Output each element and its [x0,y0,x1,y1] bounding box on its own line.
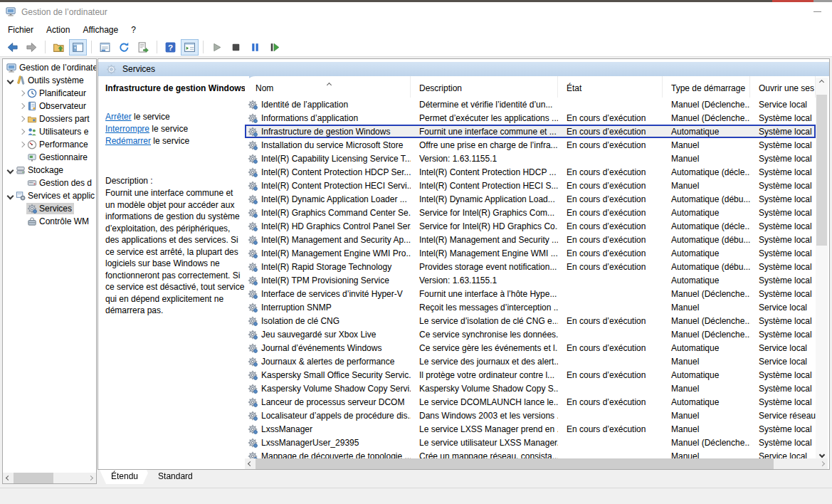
toolbar-up-one-level-button[interactable] [50,39,68,56]
collapsed-chevron-icon[interactable] [17,117,26,121]
sidebar-item-label: Utilisateurs e [39,127,88,137]
menu-fichier[interactable]: Fichier [1,23,40,37]
service-row[interactable]: Isolation de clé CNGLe service d’isolati… [245,314,816,327]
service-row[interactable]: Intel(R) Management Engine WMI Pro...Int… [245,246,816,260]
sidebar-item-stockage[interactable]: Stockage [3,164,96,177]
toolbar-stop-service-button[interactable] [227,39,245,56]
column-header-description[interactable]: Description [411,76,558,98]
service-row[interactable]: Identité de l’applicationDétermine et vé… [245,98,816,111]
service-name-cell: Journal d’événements Windows [245,343,411,353]
service-row[interactable]: LxssManagerUser_29395Le service utilisat… [245,436,816,449]
service-row[interactable]: Intel(R) Management and Security Ap...In… [245,233,816,246]
expanded-chevron-icon[interactable] [6,194,15,199]
service-row[interactable]: Intel(R) Content Protection HDCP Ser...I… [245,165,816,179]
menu-action[interactable]: Action [40,23,76,37]
column-header-nom[interactable]: Nom [245,76,411,98]
service-row[interactable]: Interruption SNMPReçoit les messages d’i… [245,300,816,314]
sidebar-item-utilisateurs[interactable]: Utilisateurs e [3,125,96,138]
sidebar-item-services-applications[interactable]: Services et applic [3,189,96,202]
scroll-right-arrow-icon[interactable] [85,473,96,483]
toolbar-show-console-tree-button[interactable] [69,39,87,56]
folder-up-icon [53,41,65,53]
service-row[interactable]: LxssManagerLe service LXSS Manager prend… [245,422,816,436]
scroll-left-arrow-icon[interactable] [3,473,14,483]
collapsed-chevron-icon[interactable] [17,91,26,95]
stop-service-link[interactable]: Arrêter [105,112,132,122]
service-row[interactable]: Infrastructure de gestion WindowsFournit… [245,125,816,138]
toolbar-properties-button[interactable] [96,39,114,56]
service-gear-icon [248,343,258,353]
sidebar-item-performance[interactable]: Performance [3,138,96,151]
toolbar-forward-button[interactable] [23,39,41,56]
sidebar-item-controle-wmi[interactable]: Contrôle WM [3,215,96,228]
pause-service-link[interactable]: Interrompre [105,124,149,134]
sidebar-item-gestion-disques[interactable]: Gestion des d [3,177,96,189]
sidebar-item-observateur[interactable]: Observateur [3,100,96,112]
toolbar-start-service-button[interactable] [208,39,226,56]
toolbar-export-list-button[interactable] [135,39,152,56]
sidebar-item-label: Dossiers part [39,114,90,124]
service-row[interactable]: Intel(R) Dynamic Application Loader ...I… [245,192,816,206]
collapsed-chevron-icon[interactable] [17,130,26,134]
service-row[interactable]: Interface de services d’invité Hyper-VFo… [245,287,816,300]
tab-standard[interactable]: Standard [147,470,204,484]
toolbar-show-action-pane-button[interactable] [181,39,199,56]
service-row[interactable]: Journaux & alertes de performanceLe serv… [245,355,816,368]
sidebar-item-dossiers-partages[interactable]: Dossiers part [3,112,96,125]
list-horizontal-scrollbar[interactable] [245,458,828,469]
collapsed-chevron-icon[interactable] [17,104,26,108]
service-row[interactable]: Intel(R) Capability Licensing Service T.… [245,152,816,165]
service-row[interactable]: Journal d’événements WindowsCe service g… [245,341,816,355]
tree-hscroll-thumb[interactable] [14,473,53,483]
service-row[interactable]: Kaspersky Volume Shadow Copy Servi...Kas… [245,382,816,395]
service-row[interactable]: Intel(R) HD Graphics Control Panel Ser..… [245,219,816,233]
column-header-type-demarrage[interactable]: Type de démarrage [663,76,750,98]
list-hscroll-thumb[interactable] [256,458,774,469]
collapsed-chevron-icon[interactable] [17,142,26,147]
service-row[interactable]: Kaspersky Small Office Security Servic..… [245,368,816,382]
tab-etendu[interactable]: Étendu [100,470,149,484]
minimize-button[interactable] [808,4,826,19]
service-row[interactable]: Mappage de découverte de topologie ...Cr… [245,449,816,458]
column-header-label: Type de démarrage [671,83,745,93]
service-row[interactable]: Installation du service Microsoft StoreO… [245,138,816,152]
toolbar-back-button[interactable] [4,39,21,56]
toolbar-restart-service-button[interactable] [265,39,283,56]
service-row[interactable]: Intel(R) Graphics Command Center Se...Se… [245,206,816,219]
service-row[interactable]: Localisateur d’appels de procédure dis..… [245,409,816,422]
toolbar-pause-service-button[interactable] [246,39,264,56]
sidebar-item-services[interactable]: Services [3,202,96,215]
toolbar: ? [0,38,832,57]
service-row[interactable]: Intel(R) Rapid Storage TechnologyProvide… [245,260,816,273]
menu-aide[interactable]: ? [125,23,142,37]
expanded-chevron-icon[interactable] [6,168,15,173]
list-vertical-scrollbar[interactable] [816,78,828,458]
service-row[interactable]: Jeu sauvegardé sur Xbox LiveCe service s… [245,327,816,341]
sidebar-item-computer-management-root[interactable]: Gestion de l’ordinate [3,61,96,74]
sidebar-item-gestionnaire[interactable]: Gestionnaire [3,151,96,164]
scroll-up-arrow-icon[interactable] [816,80,828,84]
service-row[interactable]: Lanceur de processus serveur DCOMLe serv… [245,395,816,409]
list-vscroll-thumb[interactable] [816,95,827,246]
scroll-left-arrow-icon[interactable] [245,458,256,469]
menu-affichage[interactable]: Affichage [76,23,125,37]
sidebar-item-outils-systeme[interactable]: Outils système [3,74,96,87]
scroll-down-arrow-icon[interactable] [816,453,828,457]
column-header-session[interactable]: Ouvrir une ses [750,76,816,98]
service-row[interactable]: Intel(R) Content Protection HECI Servi..… [245,179,816,192]
sidebar-item-planificateur[interactable]: Planificateur [3,87,96,100]
service-row[interactable]: Informations d’applicationPermet d’exécu… [245,111,816,125]
toolbar-refresh-button[interactable] [115,39,133,56]
restart-service-link[interactable]: Redémarrer [105,136,151,146]
service-gear-icon [248,140,258,150]
service-logon-as-cell: Service local [750,100,816,110]
toolbar-help-button[interactable]: ? [162,39,179,56]
disk-management-icon [27,178,37,188]
service-row[interactable]: Intel(R) TPM Provisioning ServiceVersion… [245,273,816,287]
sidebar-item-label: Performance [39,140,88,149]
column-header-etat[interactable]: État [558,76,663,98]
tree-horizontal-scrollbar[interactable] [3,473,96,483]
expanded-chevron-icon[interactable] [6,78,15,83]
scroll-right-arrow-icon[interactable] [817,458,828,469]
export-list-icon [137,41,149,53]
